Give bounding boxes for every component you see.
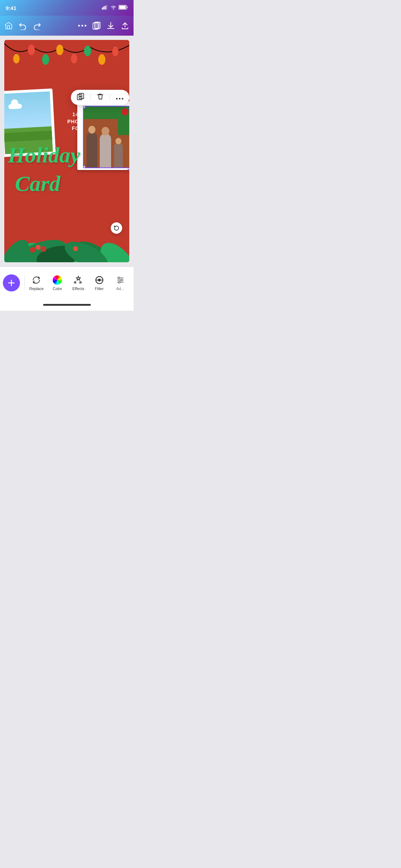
svg-point-36 [36, 245, 41, 250]
delete-button[interactable] [96, 93, 104, 102]
canvas-area: 14 FAMILY PHOTO IDEAS FOR YOUR [0, 36, 134, 267]
svg-point-6 [78, 25, 80, 27]
signal-icon [102, 5, 108, 11]
bottom-toolbar: Replace Color Effects [0, 267, 134, 299]
svg-point-12 [28, 45, 35, 55]
download-button[interactable] [106, 21, 115, 30]
filter-tool[interactable]: Filter [89, 275, 110, 291]
christmas-lights [4, 40, 129, 68]
battery-icon [119, 5, 128, 11]
color-label: Color [53, 286, 62, 291]
undo-button[interactable] [19, 21, 27, 30]
color-icon [53, 275, 62, 285]
top-toolbar [0, 16, 134, 36]
home-button[interactable] [4, 21, 13, 30]
filter-label: Filter [95, 286, 104, 291]
color-tool[interactable]: Color [47, 275, 68, 291]
wifi-icon [110, 5, 116, 11]
svg-rect-1 [103, 6, 104, 10]
popup-divider-1 [90, 94, 90, 101]
share-button[interactable] [121, 21, 129, 30]
svg-point-49 [118, 277, 120, 279]
status-icons [102, 5, 128, 11]
svg-point-24 [112, 47, 119, 56]
svg-point-14 [42, 54, 49, 65]
tool-items: Replace Color Effects [26, 275, 131, 291]
rotate-handle[interactable] [111, 222, 122, 234]
svg-point-18 [71, 54, 77, 63]
svg-point-37 [41, 246, 46, 252]
svg-point-7 [82, 25, 83, 27]
adjust-tool[interactable]: Ad... [110, 275, 131, 291]
script-holiday: Holiday [8, 144, 129, 166]
svg-point-42 [119, 98, 120, 99]
svg-point-26 [13, 54, 20, 63]
svg-rect-5 [119, 6, 126, 9]
status-time: 9:41 [6, 5, 16, 11]
adjust-icon [116, 275, 125, 285]
svg-point-43 [122, 98, 123, 99]
selection-line-bottom [127, 169, 129, 170]
copy-to-layers-button[interactable] [77, 93, 84, 102]
filter-icon [95, 275, 104, 285]
svg-point-51 [118, 281, 120, 283]
toolbar-left [4, 21, 41, 30]
home-indicator [0, 299, 134, 311]
replace-tool[interactable]: Replace [26, 275, 47, 291]
pages-button[interactable] [92, 21, 101, 30]
popup-more-button[interactable] [116, 93, 124, 102]
toolbar-divider [24, 276, 25, 290]
add-button[interactable] [3, 274, 20, 291]
effects-tool[interactable]: Effects [68, 275, 89, 291]
replace-label: Replace [29, 286, 43, 291]
svg-rect-2 [105, 6, 106, 10]
effects-icon [74, 275, 83, 285]
toolbar-right [78, 21, 129, 30]
adjust-label: Ad... [116, 286, 124, 291]
svg-point-50 [120, 279, 122, 281]
selection-line-top [127, 108, 129, 109]
svg-rect-0 [102, 7, 103, 10]
svg-point-41 [116, 98, 118, 99]
svg-point-45 [98, 279, 100, 281]
svg-point-8 [85, 25, 87, 27]
redo-button[interactable] [33, 21, 41, 30]
more-button[interactable] [78, 25, 87, 27]
action-popup [71, 90, 129, 105]
effects-label: Effects [72, 286, 84, 291]
svg-point-38 [73, 246, 78, 251]
popup-divider-2 [110, 94, 110, 101]
replace-icon [32, 275, 41, 285]
status-bar: 9:41 [0, 0, 134, 16]
svg-point-22 [98, 54, 105, 65]
svg-rect-10 [95, 22, 100, 29]
design-canvas[interactable]: 14 FAMILY PHOTO IDEAS FOR YOUR [4, 40, 129, 262]
home-bar [43, 304, 91, 306]
svg-point-16 [56, 45, 63, 55]
svg-rect-3 [106, 5, 107, 10]
svg-point-20 [84, 46, 91, 56]
svg-point-35 [30, 247, 36, 253]
